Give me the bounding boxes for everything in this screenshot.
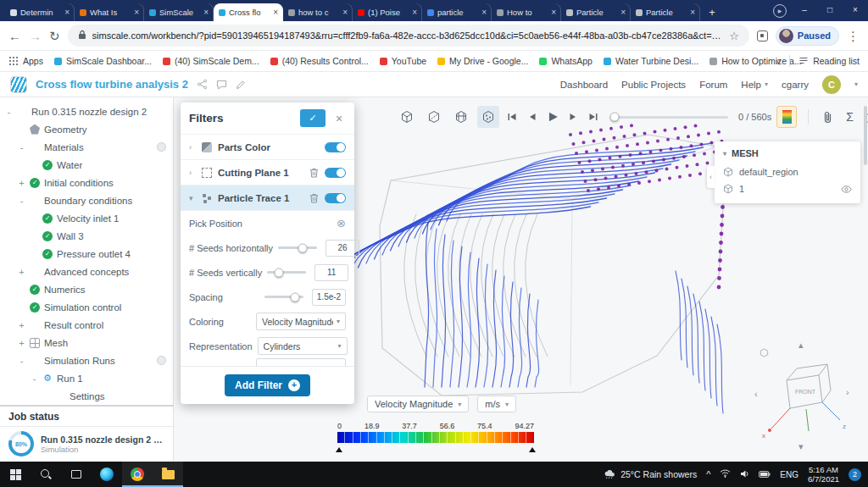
bookmark-item[interactable]: SimScale Dashboar... [54, 56, 152, 66]
account-chevron-icon[interactable]: ▾ [854, 80, 858, 88]
edge-button[interactable] [92, 462, 122, 487]
tab-close-icon[interactable]: × [481, 8, 487, 17]
seeds-vertical-slider[interactable] [267, 271, 306, 274]
step-back-button[interactable] [525, 109, 540, 125]
skip-to-end-button[interactable] [586, 109, 601, 125]
slider-knob[interactable] [298, 243, 307, 252]
browser-menu-icon[interactable]: ⋮ [847, 30, 860, 42]
bookmark-item[interactable]: YouTube [380, 56, 426, 66]
wifi-icon[interactable] [720, 469, 731, 479]
expander-icon[interactable]: - [18, 142, 25, 152]
show-hidden-icons-button[interactable]: ^ [706, 469, 710, 479]
comment-icon[interactable] [216, 80, 227, 90]
mesh-item-row[interactable]: 1 [715, 180, 860, 197]
nav-public-projects[interactable]: Public Projects [621, 80, 686, 90]
tree-item[interactable]: Settings [0, 387, 173, 405]
nav-dashboard[interactable]: Dashboard [560, 80, 608, 90]
tree-item[interactable]: ✓ Pressure outlet 4 [0, 245, 173, 263]
seeds-horizontal-slider[interactable] [278, 246, 317, 249]
battery-icon[interactable] [759, 470, 771, 479]
item-menu-dot[interactable] [157, 356, 166, 365]
filter-visibility-toggle[interactable] [325, 168, 346, 178]
tab-close-icon[interactable]: × [64, 8, 70, 17]
expander-icon[interactable]: + [18, 338, 25, 348]
tree-item[interactable]: - ⚙ Run 1 [0, 369, 173, 387]
reading-list-button[interactable]: Reading list [798, 56, 860, 66]
browser-tab[interactable]: Determin × [5, 3, 75, 21]
tab-close-icon[interactable]: × [412, 8, 417, 17]
sync-paused-badge[interactable]: Paused [776, 26, 839, 46]
browser-tab[interactable]: particle × [422, 3, 492, 21]
tree-item[interactable]: ✓ Numerics [0, 280, 173, 298]
legend-field-dropdown[interactable]: Velocity Magnitude ▾ [367, 396, 469, 412]
new-tab-button[interactable]: + [704, 3, 721, 20]
tab-close-icon[interactable]: × [342, 8, 348, 17]
expander-icon[interactable]: - [18, 356, 25, 366]
add-filter-button[interactable]: Add Filter + [225, 374, 310, 396]
delete-filter-icon[interactable] [309, 168, 319, 178]
panel-collapse-handle[interactable]: ‹ [707, 166, 715, 188]
mesh-region-row[interactable]: default_region [715, 163, 860, 180]
spacing-slider[interactable] [264, 296, 303, 298]
weather-widget[interactable]: 25°C Rain showers [604, 469, 697, 479]
edit-pencil-icon[interactable] [236, 80, 246, 90]
timeline-slider[interactable] [611, 116, 728, 119]
bookmark-item[interactable]: My Drive - Google... [437, 56, 528, 66]
browser-tab[interactable]: Particle × [631, 3, 700, 21]
slider-knob[interactable] [290, 292, 299, 302]
browser-tab[interactable]: how to c × [283, 3, 353, 21]
browser-tab[interactable]: Particle × [561, 3, 631, 21]
clip-view-icon[interactable] [423, 106, 445, 128]
notification-badge[interactable]: 2 [849, 468, 861, 481]
home-view-icon[interactable] [760, 348, 769, 357]
simscale-logo[interactable] [10, 76, 27, 93]
username-label[interactable]: cgarry [782, 80, 809, 90]
tab-close-icon[interactable]: × [620, 8, 626, 17]
navigation-cube[interactable]: ▴ ▾ ‹ › FRONT x z [753, 341, 853, 455]
statistics-sigma-icon[interactable]: Σ [846, 110, 854, 124]
tree-scrollbar[interactable] [864, 106, 867, 165]
browser-tab[interactable]: How to × [492, 3, 561, 21]
tree-item[interactable]: ✓ Simulation control [0, 298, 173, 316]
expander-icon[interactable]: - [31, 374, 38, 384]
browser-tab[interactable]: Cross flo × [214, 3, 283, 21]
user-avatar[interactable]: C [822, 75, 841, 94]
nav-forum[interactable]: Forum [699, 80, 727, 90]
browser-tab[interactable]: (1) Poise × [353, 3, 422, 21]
timeline-knob[interactable] [610, 113, 620, 122]
pick-position-target-icon[interactable]: ⊗ [337, 217, 346, 230]
filter-visibility-toggle[interactable] [325, 193, 346, 203]
browser-tab[interactable]: SimScale × [144, 3, 214, 21]
tree-item[interactable]: ✓ Water [0, 156, 173, 174]
start-button[interactable] [0, 462, 31, 487]
play-button[interactable] [545, 109, 560, 125]
chevron-icon[interactable]: › [189, 169, 196, 177]
clock-widget[interactable]: 5:16 AM 6/7/2021 [808, 465, 839, 484]
mesh-view-icon[interactable] [450, 106, 472, 128]
back-button[interactable]: ← [8, 30, 21, 42]
legend-unit-dropdown[interactable]: m/s ▾ [477, 396, 516, 412]
rotate-down-icon[interactable]: ▾ [798, 441, 804, 452]
tree-item[interactable]: + ✓ Initial conditions [0, 174, 173, 191]
close-filters-icon[interactable]: × [332, 112, 346, 125]
close-window-button[interactable]: × [843, 0, 868, 19]
bookmark-item[interactable]: (40) SimScale Dem... [163, 56, 259, 66]
tree-item[interactable]: Geometry [0, 120, 173, 138]
address-bar[interactable]: simscale.com/workbench/?pid=590139465194… [68, 25, 749, 47]
tab-close-icon[interactable]: × [551, 8, 556, 17]
chevron-icon[interactable]: ▾ [189, 194, 196, 202]
coloring-dropdown[interactable]: Velocity Magnitude ▾ [256, 313, 346, 330]
legend-toggle-button[interactable] [776, 106, 797, 128]
browser-tab[interactable]: What Is × [75, 3, 144, 21]
filter-row[interactable]: › Parts Color [181, 134, 354, 159]
bookmarks-overflow-icon[interactable]: » [776, 56, 781, 66]
nav-help[interactable]: Help▾ [741, 80, 768, 90]
rotate-right-icon[interactable]: › [846, 387, 849, 397]
tab-close-icon[interactable]: × [273, 8, 278, 17]
slider-knob[interactable] [275, 268, 284, 277]
tab-close-icon[interactable]: × [203, 8, 209, 17]
language-indicator[interactable]: ENG [780, 470, 798, 479]
minimize-button[interactable]: – [792, 0, 817, 19]
bookmark-item[interactable]: WhatsApp [539, 56, 592, 66]
tree-item[interactable]: ✓ Velocity inlet 1 [0, 209, 173, 227]
